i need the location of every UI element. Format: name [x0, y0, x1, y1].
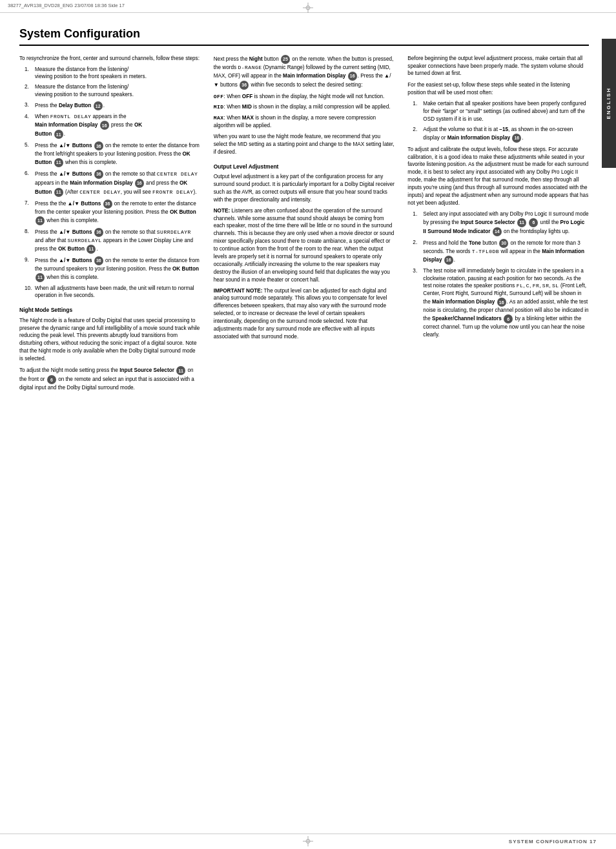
list-item: 2. Adjust the volume so that it is at −1… [413, 126, 589, 143]
list-item: 4. When FRONTL DELAY appears in theMain … [25, 113, 201, 139]
columns-container: To resynchronize the front, center and s… [19, 55, 589, 395]
night-mode-heading: Night Mode Settings [19, 306, 201, 314]
right-para1: Before beginning the output level adjust… [407, 55, 589, 78]
right-para2: For the easiest set-up, follow these ste… [407, 81, 589, 97]
mid-text: MID: When MID is shown in the display, a… [214, 103, 395, 111]
main-display-icon: 16 [100, 121, 109, 130]
arrows-btn-icon2: 36 [94, 170, 103, 179]
crosshair-top [303, 3, 313, 13]
tone-btn-icon: 30 [499, 239, 508, 248]
main-display-icon4: 16 [512, 134, 521, 143]
list-item: 3. Press the Delay Button 12. [25, 101, 201, 110]
night-btn-icon: 25 [281, 55, 290, 64]
list-item: 1. Select any input associated with any … [413, 210, 589, 236]
list-item: 1. Measure the distance from the listeni… [25, 66, 201, 81]
main-display-icon6: 16 [497, 298, 506, 307]
crosshair-bottom [303, 836, 313, 846]
arrows-btn-icon: 36 [94, 141, 103, 150]
main-content: System Configuration To resynchronize th… [0, 13, 616, 834]
ok-btn-icon5: 11 [87, 245, 96, 254]
left-steps-list: 1. Measure the distance from the listeni… [25, 66, 201, 300]
top-bar: 38277_AVR138_DVD28_ENG 23/07/08 18:36 Si… [0, 0, 616, 13]
pro-logic-icon: 14 [493, 227, 502, 236]
ok-btn-icon4: 11 [36, 216, 45, 225]
remote-icon2: 6 [529, 218, 538, 227]
middle-column: Next press the Night button 25 on the re… [214, 55, 395, 395]
arrows-btn-icon5: 36 [94, 256, 103, 265]
middle-para1: Next press the Night button 25 on the re… [214, 55, 395, 90]
channel-indicators-icon: 6 [504, 314, 513, 323]
important-text: IMPORTANT NOTE: The output level can be … [214, 287, 395, 341]
right-steps2-list: 1. Select any input associated with any … [413, 210, 589, 339]
ok-btn-icon3: 11 [54, 188, 63, 197]
max-text: MAX: When MAX is shown in the display, a… [214, 114, 395, 130]
off-text: OFF: When OFF is shown in the display, t… [214, 93, 395, 101]
footer: SYSTEM CONFIGURATION 17 [0, 834, 616, 849]
note-text: NOTE: Listeners are often confused about… [214, 207, 395, 284]
english-sidebar: ENGLISH [602, 39, 616, 168]
footer-right: SYSTEM CONFIGURATION 17 [509, 838, 597, 845]
page-title: System Configuration [19, 26, 589, 46]
right-para3: To adjust and calibrate the output level… [407, 146, 589, 207]
header-left: 38277_AVR138_DVD28_ENG 23/07/08 18:36 Si… [8, 3, 125, 10]
remote-icon: 6 [47, 375, 56, 384]
arrows-btn-icon6: 36 [240, 81, 249, 90]
ok-btn-icon6: 11 [36, 273, 45, 282]
arrows-btn-icon3: 36 [103, 199, 112, 209]
arrows-btn-icon4: 36 [94, 228, 103, 237]
list-item: 2. Press and hold the Tone button 30 on … [413, 239, 589, 265]
main-display-icon3: 16 [348, 72, 357, 81]
delay-btn-icon: 12 [94, 101, 103, 110]
left-column: To resynchronize the front, center and s… [19, 55, 201, 395]
list-item: 7. Press the the ▲/▼ Buttons 36 on the r… [25, 199, 201, 225]
list-item: 2. Measure the distance from the listeni… [25, 83, 201, 99]
list-item: 5. Press the ▲/▼ Buttons 36 on the remot… [25, 141, 201, 167]
ok-btn-icon: 11 [54, 130, 63, 139]
right-steps-list: 1. Make certain that all speaker positio… [413, 100, 589, 143]
main-display-icon5: 16 [444, 256, 453, 265]
right-column: Before beginning the output level adjust… [407, 55, 589, 395]
night-mode-text2: To adjust the Night mode setting press t… [19, 366, 201, 392]
sidebar-label: ENGLISH [605, 87, 612, 119]
ok-btn-icon2: 11 [54, 158, 63, 167]
input-selector-icon2: 11 [517, 218, 526, 227]
list-item: 8. Press the ▲/▼ Buttons 36 on the remot… [25, 228, 201, 254]
list-item: 10. When all adjustments have been made,… [25, 285, 201, 300]
page-wrapper: 38277_AVR138_DVD28_ENG 23/07/08 18:36 Si… [0, 0, 616, 849]
main-display-icon2: 16 [135, 179, 144, 188]
list-item: 9. Press the ▲/▼ Buttons 36 on the remot… [25, 256, 201, 282]
input-selector-icon: 11 [176, 366, 185, 375]
middle-para2: When you want to use the Night mode feat… [214, 133, 395, 156]
list-item: 3. The test noise will immediately begin… [413, 267, 589, 339]
night-mode-text: The Night mode is a feature of Dolby Dig… [19, 317, 201, 363]
output-level-text: Output level adjustment is a key part of… [214, 173, 395, 204]
list-item: 1. Make certain that all speaker positio… [413, 100, 589, 123]
output-level-heading: Output Level Adjustment [214, 163, 395, 170]
left-intro: To resynchronize the front, center and s… [19, 55, 201, 63]
list-item: 6. Press the ▲/▼ Buttons 36 on the remot… [25, 170, 201, 197]
